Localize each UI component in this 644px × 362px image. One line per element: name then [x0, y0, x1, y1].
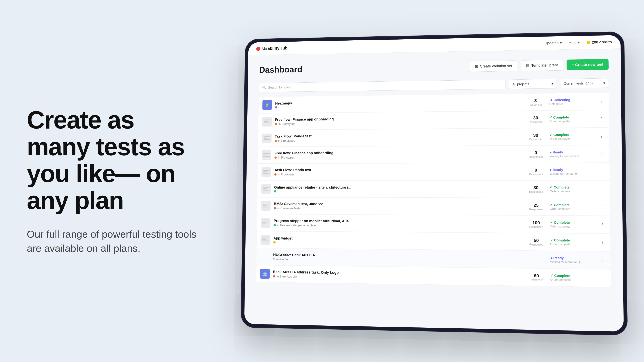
table-row[interactable]: Free flow: Finance app onboarding in Pro…: [258, 110, 609, 130]
more-options-button[interactable]: ⋮: [600, 275, 606, 282]
responses-label: Responses: [526, 173, 546, 176]
responses-count: 0: [526, 167, 546, 173]
table-row[interactable]: 🏦 Bank Aus LIA address task: Only Logo i…: [256, 265, 611, 287]
test-status: ✓ Complete Order complete: [550, 220, 595, 229]
variation-icon: ⊞: [475, 64, 478, 68]
test-status: ✓ Complete Order complete: [550, 203, 595, 211]
test-status: ✓ Complete Order complete: [550, 238, 596, 247]
right-panel: UsabilityHub Updates ▾ Help ▾: [215, 10, 644, 354]
test-list: ⚡ Heatmaps 3 Responses: [256, 93, 611, 287]
more-options-button[interactable]: ⋮: [598, 186, 606, 193]
test-responses: 30 Responses: [526, 133, 546, 141]
test-responses: 25 Responses: [526, 202, 546, 211]
responses-label: Responses: [526, 138, 546, 141]
table-row[interactable]: App widget 50 Responses ✓ Complete: [256, 231, 610, 251]
status-sub: Order complete: [550, 278, 596, 282]
test-info: Free flow: Finance app onboarding in Pro…: [274, 150, 522, 159]
nav-spacer: [288, 43, 544, 48]
search-box[interactable]: 🔍 Search for a test: [259, 80, 506, 92]
chevron-down-icon: ▾: [560, 41, 562, 45]
responses-label: Responses: [526, 155, 546, 158]
template-library-button[interactable]: ▤ Template library: [521, 60, 563, 71]
test-thumbnail: [261, 218, 270, 228]
thumb-icon: 🏦: [263, 272, 267, 276]
updates-nav-item[interactable]: Updates ▾: [544, 41, 562, 45]
status-badge: ✓ Complete: [550, 203, 570, 207]
table-row[interactable]: ⚡ Heatmaps 3 Responses: [258, 93, 609, 113]
test-info: App widget: [273, 236, 522, 246]
nav-items: Updates ▾ Help ▾ 200 credits: [544, 40, 612, 45]
table-row[interactable]: Free flow: Finance app onboarding in Pro…: [258, 145, 610, 164]
test-thumbnail: [262, 167, 271, 177]
responses-count: 3: [525, 98, 546, 103]
test-thumbnail: [260, 235, 270, 245]
test-meta: in Prototypes: [274, 155, 522, 159]
test-responses: 60 Responses: [526, 273, 547, 282]
tablet-wrapper: UsabilityHub Updates ▾ Help ▾: [241, 32, 627, 335]
status-badge: ✓ Complete: [550, 115, 569, 119]
table-row[interactable]: Task Flow: Panda test in Prototypes 0 Re…: [258, 163, 610, 180]
updates-label: Updates: [544, 41, 558, 45]
more-options-button[interactable]: ⋮: [598, 98, 605, 105]
credits-dot: [587, 41, 590, 44]
help-nav-item[interactable]: Help ▾: [569, 40, 580, 45]
table-row[interactable]: Online appliance retailer - site archite…: [257, 181, 610, 198]
search-placeholder: Search for a test: [268, 85, 292, 89]
template-icon: ▤: [526, 63, 530, 68]
responses-count: 30: [526, 133, 546, 138]
test-status: ↺ Collecting Link active: [549, 97, 594, 106]
responses-count: 30: [526, 185, 546, 190]
test-thumbnail: [262, 150, 271, 160]
tests-filter[interactable]: Current tests (140) ▾: [560, 78, 609, 88]
test-name: Online appliance retailer - site archite…: [274, 185, 522, 190]
test-status: ✓ Complete Order complete: [550, 185, 595, 193]
test-responses: 0 Responses: [526, 167, 546, 176]
nav-logo: UsabilityHub: [256, 45, 288, 51]
more-options-button[interactable]: ⋮: [599, 257, 606, 264]
meta-dot: [273, 275, 275, 278]
more-options-button[interactable]: ⋮: [599, 221, 606, 228]
test-info: Heatmaps: [275, 98, 522, 108]
test-thumbnail: [261, 201, 271, 211]
table-row[interactable]: Task Flow: Panda test in Prototypes 30 R…: [258, 128, 610, 147]
test-info: Task Flow: Panda test in Prototypes: [274, 167, 522, 176]
dashboard-header: Dashboard ⊞ Create variation set ▤ Templ…: [259, 59, 608, 75]
test-name: BMS: Caveman test, June '22: [274, 202, 522, 207]
app-chrome: UsabilityHub Updates ▾ Help ▾: [244, 35, 624, 332]
more-options-button[interactable]: ⋮: [598, 168, 606, 175]
status-badge: ● Ready: [550, 168, 563, 172]
more-options-button[interactable]: ⋮: [599, 203, 606, 210]
more-options-button[interactable]: ⋮: [598, 115, 605, 122]
test-responses: 0 Responses: [526, 150, 546, 158]
test-meta: in Prototypes: [274, 172, 522, 176]
create-new-test-button[interactable]: + Create new test: [567, 59, 608, 70]
test-status: ● Ready Waiting for recruitment: [550, 256, 596, 264]
status-badge: ✓ Complete: [550, 133, 569, 137]
more-options-button[interactable]: ⋮: [598, 133, 605, 140]
test-responses: 100 Responses: [526, 220, 546, 229]
status-sub: Link active: [549, 102, 594, 106]
create-variation-set-button[interactable]: ⊞ Create variation set: [470, 60, 518, 72]
more-options-button[interactable]: ⋮: [599, 239, 606, 246]
responses-count: 100: [526, 220, 546, 225]
meta-dot: [274, 224, 276, 226]
test-thumbnail: 🏦: [260, 269, 270, 279]
projects-filter[interactable]: All projects ▾: [509, 79, 557, 89]
test-responses: 30 Responses: [526, 185, 546, 193]
table-row[interactable]: Progress stepper on mobile: attitudinal,…: [257, 215, 610, 234]
responses-count: 25: [526, 202, 546, 208]
test-status: ● Ready Waiting for recruitment: [550, 168, 595, 175]
test-name: Progress stepper on mobile: attitudinal,…: [274, 219, 522, 224]
test-responses: 50 Responses: [526, 238, 547, 246]
table-row[interactable]: BMS: Caveman test, June '22 in Caveman T…: [257, 198, 610, 216]
meta-dot: [275, 140, 277, 142]
responses-label: Responses: [526, 208, 546, 211]
test-status: ✓ Complete Order complete: [550, 274, 596, 282]
meta-dot: [274, 207, 276, 210]
status-badge: ● Ready: [550, 150, 563, 154]
projects-filter-label: All projects: [512, 82, 529, 86]
more-options-button[interactable]: ⋮: [598, 150, 605, 157]
responses-count: 60: [526, 273, 547, 279]
template-library-label: Template library: [531, 63, 558, 68]
test-info: BMS: Caveman test, June '22 in Caveman T…: [274, 202, 522, 211]
